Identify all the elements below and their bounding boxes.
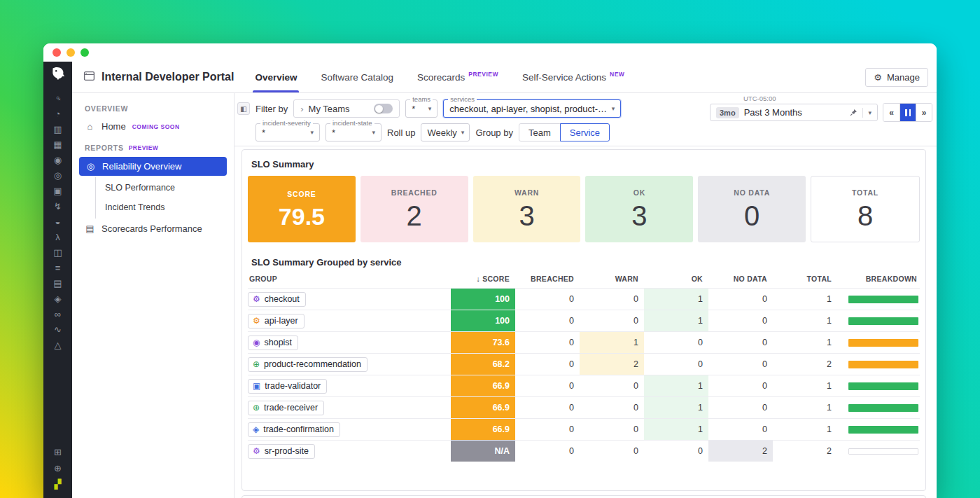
integrations-icon[interactable]: ⊕: [49, 460, 67, 476]
col-total[interactable]: TOTAL: [773, 275, 837, 283]
nav-item-home[interactable]: ⌂ Home COMING SOON: [72, 116, 234, 137]
table-row[interactable]: ⚙sr-prod-siteN/A00022: [248, 440, 920, 462]
tile-ok[interactable]: OK 3: [585, 176, 693, 242]
service-chip[interactable]: ⚙api-layer: [248, 314, 304, 328]
services-filter-select[interactable]: services checkout, api-layer, shopist, p…: [443, 99, 621, 118]
tile-score[interactable]: SCORE 79.5: [248, 176, 356, 242]
synthetics-icon[interactable]: ∿: [49, 321, 67, 337]
close-window-button[interactable]: [52, 48, 61, 57]
service-chip[interactable]: ⊕trade-receiver: [248, 401, 324, 415]
ci-icon[interactable]: ∞: [49, 306, 67, 321]
logs-icon[interactable]: ▤: [49, 275, 67, 291]
table-row[interactable]: ⊕product-recommendation68.202002: [248, 353, 920, 375]
service-icon: ▣: [253, 382, 260, 390]
tile-no-data[interactable]: NO DATA 0: [698, 176, 806, 242]
services-filter-value: checkout, api-layer, shopist, product-re…: [449, 104, 607, 114]
manage-button[interactable]: ⚙ Manage: [865, 68, 928, 87]
teams-filter-select[interactable]: teams * ▾: [405, 99, 438, 118]
service-icon: ◉: [253, 338, 260, 347]
service-chip[interactable]: ▣trade-validator: [248, 379, 327, 394]
slo-table-header: GROUP ↓SCORE BREACHED WARN OK NO DATA TO…: [248, 275, 920, 288]
total-cell: 1: [773, 397, 837, 418]
nav-item-slo-performance[interactable]: SLO Performance: [96, 178, 234, 198]
rollup-select[interactable]: Weekly ▾: [421, 123, 470, 141]
collapse-panel-button[interactable]: ◧: [237, 102, 250, 115]
group-by-service-button[interactable]: Service: [560, 123, 610, 141]
marketplace-icon[interactable]: ⊞: [49, 444, 67, 460]
apm-icon[interactable]: ◎: [49, 167, 67, 183]
table-row[interactable]: ◉shopist73.601001: [248, 331, 920, 353]
tab-label: Software Catalog: [321, 72, 393, 83]
incidents-icon[interactable]: △: [49, 337, 67, 352]
nav-item-label: Scorecards Performance: [102, 223, 202, 234]
service-chip[interactable]: ◉shopist: [248, 336, 298, 350]
service-chip[interactable]: ◈trade-confirmation: [248, 422, 340, 437]
infrastructure-icon[interactable]: ▣: [49, 183, 67, 198]
service-chip[interactable]: ⚙sr-prod-site: [248, 444, 315, 459]
network-icon[interactable]: ◫: [49, 244, 67, 260]
tab-scorecards[interactable]: Scorecards PREVIEW: [417, 62, 498, 92]
security-icon[interactable]: ◈: [49, 291, 67, 306]
events-icon[interactable]: ↯: [49, 198, 67, 214]
time-range-selector[interactable]: 3mo Past 3 Months ▾: [710, 104, 878, 121]
chevron-right-icon: ›: [300, 104, 303, 114]
chevron-down-icon: ▾: [612, 105, 615, 112]
tab-self-service-actions[interactable]: Self-Service Actions NEW: [522, 62, 624, 92]
collapse-icon: ◧: [240, 105, 246, 113]
col-no-data[interactable]: NO DATA: [708, 275, 773, 283]
time-forward-button[interactable]: »: [916, 104, 932, 121]
total-cell: 1: [773, 332, 837, 353]
ok-cell: 1: [644, 375, 708, 396]
tile-breached[interactable]: BREACHED 2: [360, 176, 468, 242]
rum-icon[interactable]: ◒: [49, 214, 67, 229]
warn-cell: 0: [580, 419, 644, 440]
tile-warn[interactable]: WARN 3: [473, 176, 581, 242]
col-breakdown[interactable]: BREAKDOWN: [837, 275, 920, 283]
nav-item-reliability-overview[interactable]: ◎ Reliability Overview: [79, 157, 227, 176]
nav-item-scorecards-performance[interactable]: ▤ Scorecards Performance: [72, 219, 234, 239]
group-by-team-button[interactable]: Team: [519, 123, 561, 141]
breakdown-bar: [848, 361, 918, 368]
table-row[interactable]: ⚙api-layer10000101: [248, 310, 920, 331]
manage-label: Manage: [887, 72, 920, 83]
nav-item-incident-trends[interactable]: Incident Trends: [96, 198, 234, 217]
tab-software-catalog[interactable]: Software Catalog: [321, 62, 393, 92]
col-warn[interactable]: WARN: [580, 275, 644, 283]
minimize-window-button[interactable]: [66, 48, 75, 57]
metrics-icon[interactable]: ▥: [49, 121, 67, 137]
time-back-button[interactable]: «: [883, 104, 899, 121]
service-chip[interactable]: ⚙checkout: [248, 292, 306, 307]
table-row[interactable]: ⚙checkout10000101: [248, 288, 920, 310]
tab-label: Scorecards: [417, 72, 465, 83]
monitors-icon[interactable]: ◉: [49, 152, 67, 167]
processes-icon[interactable]: ≡: [49, 260, 67, 275]
col-breached[interactable]: BREACHED: [515, 275, 580, 283]
datadog-logo[interactable]: [50, 65, 66, 85]
pause-live-button[interactable]: [899, 104, 916, 121]
maximize-window-button[interactable]: [80, 48, 89, 57]
slo-table-body: ⚙checkout10000101⚙api-layer10000101◉shop…: [248, 288, 920, 462]
my-teams-filter[interactable]: › My Teams: [293, 99, 400, 118]
group-cell: ⊕product-recommendation: [248, 354, 451, 375]
incident-severity-select[interactable]: incident-severity * ▾: [255, 123, 320, 141]
pin-icon[interactable]: [850, 109, 858, 116]
col-score[interactable]: ↓SCORE: [451, 275, 515, 283]
dashboards-icon[interactable]: ▦: [49, 137, 67, 152]
tile-total[interactable]: TOTAL 8: [811, 176, 920, 242]
serverless-icon[interactable]: λ: [49, 229, 67, 244]
bits-ai-icon[interactable]: ▞: [49, 476, 67, 492]
reliability-subnav: SLO Performance Incident Trends: [95, 177, 234, 219]
table-row[interactable]: ⊕trade-receiver66.900101: [248, 396, 920, 418]
rollup-value: Weekly: [427, 127, 456, 138]
range-badge: 3mo: [716, 107, 739, 118]
incident-state-select[interactable]: incident-state * ▾: [326, 123, 382, 141]
group-cell: ⊕trade-receiver: [248, 397, 451, 418]
table-row[interactable]: ◈trade-confirmation66.900101: [248, 418, 920, 440]
col-group[interactable]: GROUP: [248, 275, 451, 283]
service-chip[interactable]: ⊕product-recommendation: [248, 357, 368, 372]
my-teams-toggle[interactable]: [374, 104, 393, 113]
table-row[interactable]: ▣trade-validator66.900101: [248, 375, 920, 396]
tab-overview[interactable]: Overview: [255, 62, 297, 92]
teams-filter-value: *: [412, 104, 415, 114]
col-ok[interactable]: OK: [644, 275, 708, 283]
